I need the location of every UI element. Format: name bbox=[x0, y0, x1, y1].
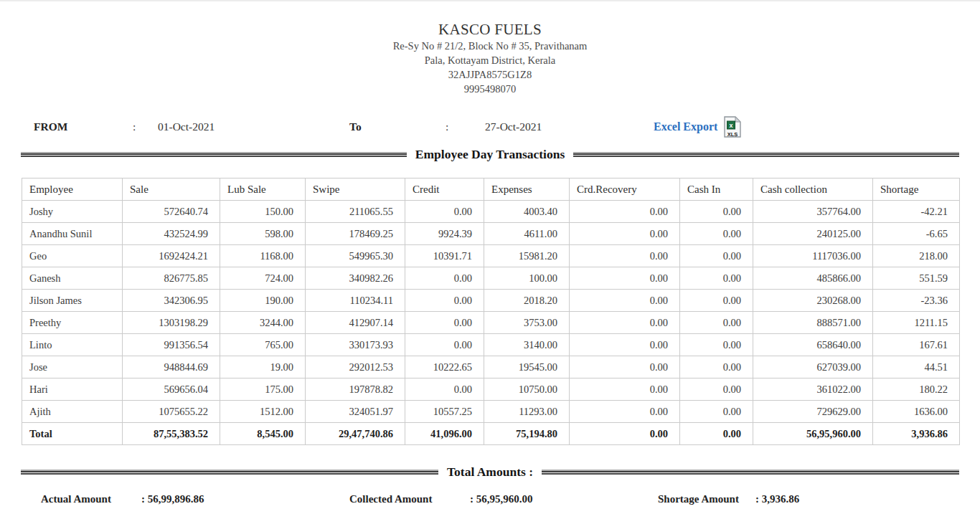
table-row: Linto991356.54765.00330173.930.003140.00… bbox=[22, 334, 960, 356]
total-value-cell: 56,95,960.00 bbox=[753, 423, 873, 445]
value-cell: -42.21 bbox=[873, 201, 960, 223]
table-row: Joshy572640.74150.00211065.550.004003.40… bbox=[22, 201, 960, 223]
value-cell: 1211.15 bbox=[873, 312, 960, 334]
section-header-total-amounts: Total Amounts : bbox=[21, 464, 959, 480]
value-cell: 19545.00 bbox=[484, 356, 570, 378]
shortage-amount-value: : 3,936.86 bbox=[755, 488, 799, 510]
value-cell: 0.00 bbox=[405, 267, 484, 290]
value-cell: 0.00 bbox=[680, 356, 753, 378]
value-cell: 0.00 bbox=[570, 201, 680, 223]
collected-amount-group: Collected Amount : 56,95,960.00 bbox=[349, 488, 533, 510]
section-header-employee-day-transactions: Employee Day Transactions bbox=[21, 146, 959, 162]
value-cell: 4003.40 bbox=[484, 201, 570, 223]
from-label: FROM bbox=[34, 116, 67, 138]
value-cell: 432524.99 bbox=[123, 223, 220, 245]
value-cell: 240125.00 bbox=[753, 223, 873, 245]
employee-name-cell: Jilson James bbox=[22, 290, 123, 312]
xls-file-icon[interactable]: x XLS bbox=[724, 116, 741, 138]
column-header-shortage: Shortage bbox=[873, 178, 960, 201]
value-cell: 1636.00 bbox=[873, 401, 960, 423]
value-cell: 627039.00 bbox=[753, 356, 873, 378]
value-cell: 324051.97 bbox=[306, 401, 405, 423]
collected-amount-value: : 56,95,960.00 bbox=[470, 488, 533, 510]
value-cell: 361022.00 bbox=[753, 378, 873, 401]
value-cell: 190.00 bbox=[220, 290, 306, 312]
value-cell: 0.00 bbox=[680, 245, 753, 267]
value-cell: 2018.20 bbox=[484, 290, 570, 312]
value-cell: 330173.93 bbox=[306, 334, 405, 356]
total-value-cell: 75,194.80 bbox=[484, 423, 570, 445]
value-cell: 0.00 bbox=[680, 401, 753, 423]
report-page: KASCO FUELS Re-Sy No # 21/2, Block No # … bbox=[0, 1, 980, 510]
value-cell: 15981.20 bbox=[484, 245, 570, 267]
value-cell: 0.00 bbox=[570, 356, 680, 378]
value-cell: 110234.11 bbox=[306, 290, 405, 312]
value-cell: 569656.04 bbox=[123, 378, 220, 401]
value-cell: 357764.00 bbox=[753, 201, 873, 223]
double-rule-line bbox=[21, 152, 407, 157]
value-cell: 3140.00 bbox=[484, 334, 570, 356]
value-cell: 0.00 bbox=[680, 267, 753, 290]
excel-logo-glyph: x bbox=[730, 122, 733, 129]
value-cell: 150.00 bbox=[220, 201, 306, 223]
value-cell: 1075655.22 bbox=[123, 401, 220, 423]
double-rule-line bbox=[573, 152, 959, 157]
value-cell: 9924.39 bbox=[405, 223, 484, 245]
excel-export-link[interactable]: Excel Export x XLS bbox=[654, 116, 741, 138]
value-cell: 549965.30 bbox=[306, 245, 405, 267]
value-cell: 4611.00 bbox=[484, 223, 570, 245]
value-cell: 3753.00 bbox=[484, 312, 570, 334]
value-cell: -6.65 bbox=[873, 223, 960, 245]
value-cell: 211065.55 bbox=[306, 201, 405, 223]
company-address-line1: Re-Sy No # 21/2, Block No # 35, Pravitha… bbox=[0, 39, 980, 53]
value-cell: 0.00 bbox=[570, 223, 680, 245]
date-filter-row: FROM : 01-Oct-2021 To : 27-Oct-2021 Exce… bbox=[0, 116, 980, 138]
value-cell: 0.00 bbox=[570, 245, 680, 267]
value-cell: 10750.00 bbox=[484, 378, 570, 401]
excel-export-label[interactable]: Excel Export bbox=[654, 116, 717, 138]
value-cell: 10391.71 bbox=[405, 245, 484, 267]
value-cell: 598.00 bbox=[220, 223, 306, 245]
value-cell: 1117036.00 bbox=[753, 245, 873, 267]
value-cell: 888571.00 bbox=[753, 312, 873, 334]
value-cell: 485866.00 bbox=[753, 267, 873, 290]
column-header-cash-in: Cash In bbox=[680, 178, 753, 201]
value-cell: 3244.00 bbox=[220, 312, 306, 334]
company-header: KASCO FUELS Re-Sy No # 21/2, Block No # … bbox=[0, 1, 980, 96]
value-cell: 19.00 bbox=[220, 356, 306, 378]
to-label: To bbox=[349, 116, 362, 138]
to-date-value: 27-Oct-2021 bbox=[485, 116, 542, 138]
column-header-swipe: Swipe bbox=[306, 178, 405, 201]
value-cell: 0.00 bbox=[680, 290, 753, 312]
value-cell: 197878.82 bbox=[306, 378, 405, 401]
column-header-crd-recovery: Crd.Recovery bbox=[570, 178, 680, 201]
actual-amount-value: : 56,99,896.86 bbox=[141, 488, 204, 510]
total-value-cell: 29,47,740.86 bbox=[306, 423, 405, 445]
shortage-amount-group: Shortage Amount : 3,936.86 bbox=[658, 488, 799, 510]
company-phone: 9995498070 bbox=[0, 82, 980, 96]
value-cell: 340982.26 bbox=[306, 267, 405, 290]
value-cell: 826775.85 bbox=[123, 267, 220, 290]
value-cell: 178469.25 bbox=[306, 223, 405, 245]
total-value-cell: 87,55,383.52 bbox=[123, 423, 220, 445]
value-cell: 1303198.29 bbox=[123, 312, 220, 334]
actual-amount-group: Actual Amount : 56,99,896.86 bbox=[41, 488, 204, 510]
value-cell: 412907.14 bbox=[306, 312, 405, 334]
employee-name-cell: Joshy bbox=[22, 201, 123, 223]
value-cell: 0.00 bbox=[570, 401, 680, 423]
value-cell: 551.59 bbox=[873, 267, 960, 290]
value-cell: 10222.65 bbox=[405, 356, 484, 378]
value-cell: 0.00 bbox=[680, 334, 753, 356]
column-header-cash-collection: Cash collection bbox=[753, 178, 873, 201]
value-cell: 175.00 bbox=[220, 378, 306, 401]
value-cell: 180.22 bbox=[873, 378, 960, 401]
value-cell: 100.00 bbox=[484, 267, 570, 290]
value-cell: 0.00 bbox=[570, 334, 680, 356]
value-cell: 0.00 bbox=[680, 223, 753, 245]
table-header-row: EmployeeSaleLub SaleSwipeCreditExpensesC… bbox=[22, 178, 960, 201]
from-date-value: 01-Oct-2021 bbox=[158, 116, 215, 138]
company-name: KASCO FUELS bbox=[0, 20, 980, 39]
value-cell: 11293.00 bbox=[484, 401, 570, 423]
employee-name-cell: Anandhu Sunil bbox=[22, 223, 123, 245]
total-value-cell: 41,096.00 bbox=[405, 423, 484, 445]
